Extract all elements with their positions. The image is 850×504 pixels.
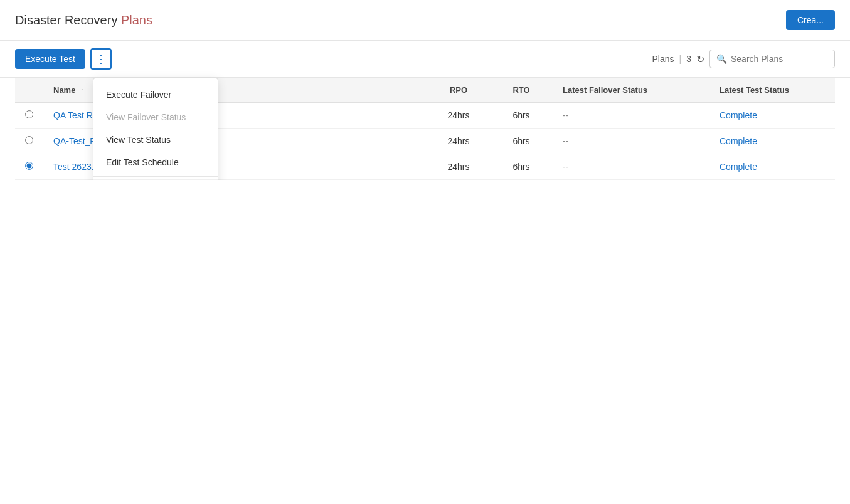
row-rpo-cell: 24hrs: [427, 154, 490, 180]
row-radio-2[interactable]: [25, 162, 33, 170]
refresh-icon[interactable]: ↻: [696, 53, 704, 65]
row-failover-cell: --: [553, 103, 709, 129]
search-input[interactable]: [731, 54, 825, 64]
search-box: 🔍: [709, 50, 835, 68]
page-header: Disaster Recovery Plans Crea...: [0, 0, 850, 41]
test-status-value[interactable]: Complete: [720, 136, 757, 146]
failover-status-value: --: [563, 136, 568, 146]
row-spacer-cell: [363, 129, 427, 154]
row-failover-cell: --: [553, 129, 709, 154]
row-rpo-cell: 24hrs: [427, 129, 490, 154]
test-status-value[interactable]: Complete: [720, 110, 757, 120]
row-rto-cell: 6hrs: [490, 103, 553, 129]
test-status-value[interactable]: Complete: [720, 162, 757, 172]
create-button[interactable]: Crea...: [786, 10, 835, 30]
execute-test-button[interactable]: Execute Test: [15, 49, 85, 69]
col-header-spacer: [363, 78, 427, 103]
sort-arrow-icon: ↑: [80, 87, 84, 94]
row-test-cell: Complete: [709, 129, 835, 154]
row-select-cell: [15, 129, 43, 154]
row-select-cell: [15, 103, 43, 129]
col-header-test: Latest Test Status: [709, 78, 835, 103]
plans-count-display: Plans | 3 ↻: [652, 53, 704, 65]
failover-status-value: --: [563, 162, 568, 172]
context-menu: Execute FailoverView Failover StatusView…: [93, 78, 218, 180]
row-failover-cell: --: [553, 154, 709, 180]
menu-item-execute-failover[interactable]: Execute Failover: [93, 83, 218, 106]
row-rto-cell: 6hrs: [490, 154, 553, 180]
col-header-failover: Latest Failover Status: [553, 78, 709, 103]
menu-item-view-test-status[interactable]: View Test Status: [93, 129, 218, 151]
row-rto-cell: 6hrs: [490, 129, 553, 154]
row-select-cell: [15, 154, 43, 180]
plans-label: Plans: [652, 54, 674, 64]
count-divider: |: [679, 54, 682, 64]
search-icon: 🔍: [716, 54, 727, 64]
col-header-rto: RTO: [490, 78, 553, 103]
failover-status-value: --: [563, 110, 568, 120]
menu-item-view-failover-status: View Failover Status: [93, 106, 218, 129]
row-test-cell: Complete: [709, 154, 835, 180]
plan-name-link-2[interactable]: Test 2623...: [53, 162, 98, 172]
col-name-label: Name: [53, 85, 75, 95]
page-title: Disaster Recovery Plans: [15, 13, 152, 28]
plans-count-value: 3: [686, 54, 691, 64]
menu-divider-4: [93, 176, 218, 177]
toolbar: Execute Test ⋮ Plans | 3 ↻ 🔍: [0, 41, 850, 78]
row-test-cell: Complete: [709, 103, 835, 129]
row-spacer-cell: [363, 154, 427, 180]
row-radio-0[interactable]: [25, 110, 33, 118]
table-container: Name ↑ RPO RTO Latest Failover Status La…: [0, 78, 850, 180]
col-header-rpo: RPO: [427, 78, 490, 103]
menu-item-edit-test-schedule[interactable]: Edit Test Schedule: [93, 151, 218, 174]
menu-item-delete-test-schedule[interactable]: Delete Test Schedule: [93, 179, 218, 180]
col-header-select: [15, 78, 43, 103]
row-radio-1[interactable]: [25, 136, 33, 144]
more-options-button[interactable]: ⋮: [90, 48, 112, 70]
row-rpo-cell: 24hrs: [427, 103, 490, 129]
row-spacer-cell: [363, 103, 427, 129]
